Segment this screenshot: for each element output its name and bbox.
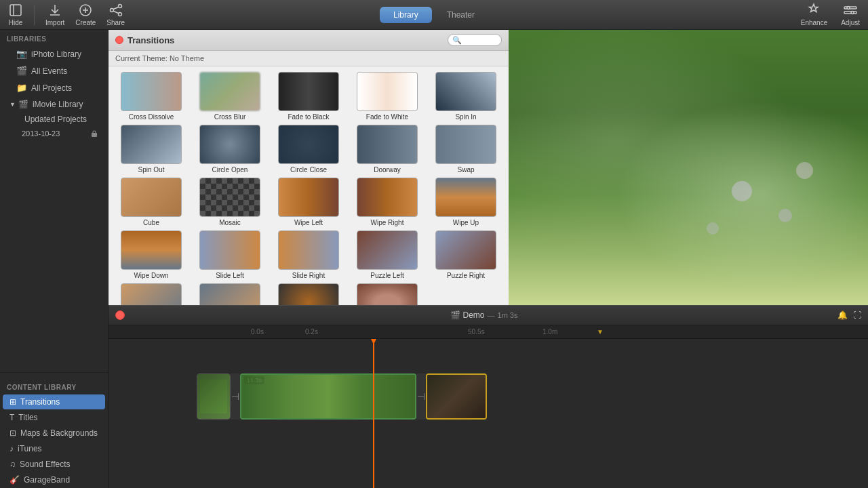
transition-fade-white[interactable]: Fade to White — [350, 72, 425, 121]
transition-slide-right[interactable]: Slide Right — [271, 230, 346, 279]
transition-thumb-cross-zoom — [278, 283, 339, 305]
transition-thumb-page-curl-right — [199, 283, 260, 305]
theater-tab[interactable]: Theater — [433, 7, 488, 23]
timeline-content: ⊣ 11.3s ⊣ — [108, 339, 868, 488]
transition-cross-blur[interactable]: Cross Blur — [193, 72, 267, 121]
search-input[interactable]: 🔍 — [448, 34, 502, 46]
clip-1[interactable] — [197, 373, 231, 420]
transition-thumb-spin-in — [435, 72, 496, 111]
library-item-maps-backgrounds[interactable]: ⊡ Maps & Backgrounds — [3, 426, 105, 441]
sidebar: LIBRARIES 📷 iPhoto Library 🎬 All Events … — [0, 30, 108, 488]
transition-doorway[interactable]: Doorway — [350, 125, 425, 174]
main-area: LIBRARIES 📷 iPhoto Library 🎬 All Events … — [0, 30, 868, 488]
transition-spin-out[interactable]: Spin Out — [114, 125, 189, 174]
clip-2[interactable]: 11.3s — [240, 373, 416, 420]
timeline-track: ⊣ 11.3s ⊣ — [108, 373, 868, 420]
panel-close-button[interactable] — [115, 36, 123, 44]
clip-3[interactable] — [426, 373, 487, 420]
transition-label-swap: Swap — [457, 166, 474, 174]
sidebar-item-updated[interactable]: Updated Projects — [5, 112, 102, 127]
transition-thumb-ripple — [357, 283, 418, 305]
transition-page-curl-left[interactable]: Page Curl Left — [114, 283, 189, 305]
transition-spin-in[interactable]: Spin In — [429, 72, 503, 121]
transition-puzzle-right[interactable]: Puzzle Right — [429, 230, 503, 279]
transition-label-circle-open: Circle Open — [212, 166, 248, 174]
garageband-icon: 🎸 — [9, 475, 20, 485]
transition-label-cross-blur: Cross Blur — [214, 113, 246, 121]
search-icon: 🔍 — [452, 36, 462, 45]
clip-join-1: ⊣ — [231, 373, 240, 420]
sidebar-item-imovie[interactable]: iMovie Library — [33, 100, 83, 109]
timeline-header: 🎬 Demo — 1m 3s 🔔 ⛶ — [108, 305, 868, 325]
flower-2 — [778, 209, 792, 222]
share-button[interactable]: Share — [106, 3, 125, 26]
flower-4 — [707, 222, 719, 235]
preview-overlay — [509, 30, 868, 305]
maps-icon: ⊡ — [9, 428, 16, 438]
transition-wipe-right[interactable]: Wipe Right — [350, 178, 425, 226]
transition-fade-black[interactable]: Fade to Black — [271, 72, 346, 121]
duration-value: 1m 3s — [498, 311, 518, 319]
transition-puzzle-left[interactable]: Puzzle Left — [350, 230, 425, 279]
transition-cube[interactable]: Cube — [114, 178, 189, 226]
imovie-library-icon: 🎬 — [18, 100, 28, 109]
library-item-garageband[interactable]: 🎸 GarageBand — [3, 472, 105, 487]
transition-swap[interactable]: Swap — [429, 125, 503, 174]
hide-button[interactable]: Hide — [8, 3, 23, 26]
timeline-project: 🎬 Demo — 1m 3s — [130, 310, 837, 320]
film-icon: 🎬 — [450, 310, 460, 320]
fullscreen-icon[interactable]: ⛶ — [853, 310, 861, 320]
transition-thumb-wipe-down — [121, 230, 182, 270]
transition-thumb-wipe-right — [357, 178, 418, 217]
svg-point-5 — [118, 5, 121, 8]
transition-page-curl-right[interactable]: Page Curl Right — [193, 283, 267, 305]
library-item-titles[interactable]: T Titles — [3, 410, 105, 425]
project-name: Demo — [463, 310, 485, 320]
enhance-button[interactable]: Enhance — [801, 3, 827, 26]
adjust-button[interactable]: Adjust — [841, 3, 860, 26]
library-item-transitions[interactable]: ⊞ Transitions — [3, 394, 105, 409]
timeline-close-button[interactable] — [115, 310, 125, 320]
events-icon: 🎬 — [16, 66, 27, 76]
transition-wipe-left[interactable]: Wipe Left — [271, 178, 346, 226]
ruler-mark-0: 0.0s — [251, 328, 264, 336]
ruler-mark-1: 0.2s — [305, 328, 318, 336]
transition-wipe-down[interactable]: Wipe Down — [114, 230, 189, 279]
svg-rect-0 — [10, 5, 21, 16]
theme-label: Current Theme: No Theme — [108, 51, 509, 66]
duration: — — [488, 311, 495, 319]
bell-icon[interactable]: 🔔 — [837, 310, 848, 320]
svg-rect-14 — [92, 133, 97, 137]
sidebar-item-date[interactable]: 2013-10-23 — [3, 127, 105, 140]
sidebar-item-all-projects[interactable]: 📁 All Projects — [3, 80, 105, 96]
sidebar-item-iphoto[interactable]: 📷 iPhoto Library — [3, 46, 105, 62]
transition-label-circle-close: Circle Close — [290, 166, 327, 174]
panel-title: Transitions — [127, 35, 443, 45]
timeline-ruler: 0.0s 0.2s 50.5s 1.0m ▼ — [108, 325, 868, 339]
transition-wipe-up[interactable]: Wipe Up — [429, 178, 503, 226]
transition-cross-dissolve[interactable]: Cross Dissolve — [114, 72, 189, 121]
library-item-sound-effects[interactable]: ♫ Sound Effects — [3, 457, 105, 472]
transition-circle-open[interactable]: Circle Open — [193, 125, 267, 174]
ruler-mark-2: 50.5s — [468, 328, 484, 336]
library-item-itunes[interactable]: ♪ iTunes — [3, 441, 105, 456]
transition-circle-close[interactable]: Circle Close — [271, 125, 346, 174]
transition-slide-left[interactable]: Slide Left — [193, 230, 267, 279]
import-button[interactable]: Import — [45, 3, 64, 26]
library-tab[interactable]: Library — [380, 7, 432, 23]
toolbar: Hide Import Create — [0, 0, 868, 30]
svg-point-13 — [851, 12, 854, 14]
transition-thumb-swap — [435, 125, 496, 164]
playhead[interactable] — [373, 339, 374, 488]
svg-point-12 — [847, 7, 850, 9]
transition-mosaic[interactable]: Mosaic — [193, 178, 267, 226]
sidebar-item-all-events[interactable]: 🎬 All Events — [3, 63, 105, 79]
transition-ripple[interactable]: Ripple — [350, 283, 425, 305]
transition-thumb-puzzle-right — [435, 230, 496, 270]
transition-label-wipe-left: Wipe Left — [294, 219, 323, 226]
create-button[interactable]: Create — [75, 3, 96, 26]
transition-cross-zoom[interactable]: Cross Zoom — [271, 283, 346, 305]
transition-label-puzzle-right: Puzzle Right — [447, 272, 485, 279]
transition-label-spin-in: Spin In — [455, 113, 476, 121]
transition-thumb-circle-close — [278, 125, 339, 164]
